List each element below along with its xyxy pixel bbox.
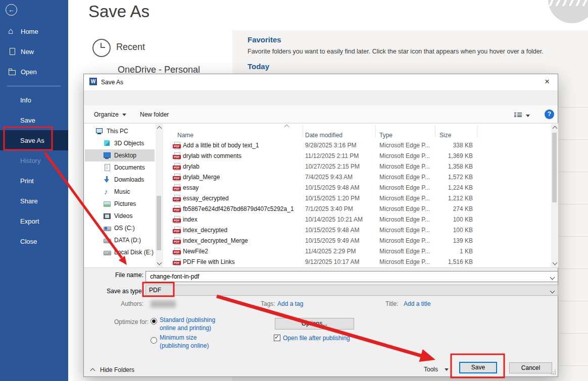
- save-as-type-label: Save as type:: [84, 288, 143, 295]
- save-as-dialog: W Save As × ← → ↑ › This PC › Desktop: [83, 74, 558, 377]
- help-button[interactable]: ?: [545, 110, 554, 119]
- sidebar-item-label: Home: [21, 28, 38, 35]
- dialog-titlebar[interactable]: W Save As ×: [84, 74, 558, 90]
- save-button[interactable]: Save: [459, 362, 497, 373]
- file-row[interactable]: essay_decrypted 10/15/2025 1:20 PM Micro…: [84, 193, 558, 203]
- sidebar-item-label: Print: [20, 177, 34, 185]
- combo-chevron-icon[interactable]: [548, 273, 557, 281]
- tree-item-label: This PC: [107, 128, 128, 135]
- sidebar-item[interactable]: Open: [0, 62, 68, 82]
- sidebar-item[interactable]: Info: [0, 90, 68, 110]
- list-scrollbar-thumb[interactable]: [552, 133, 557, 202]
- sidebar-item[interactable]: Share: [0, 191, 68, 211]
- file-row[interactable]: Add a little bit of body text_1 9/28/202…: [84, 140, 558, 150]
- sidebar-item[interactable]: Print: [0, 171, 68, 191]
- sidebar-item[interactable]: Home: [0, 21, 68, 41]
- file-date-modified: 11/12/2025 2:11 PM: [305, 152, 359, 159]
- combo-chevron-icon[interactable]: [548, 287, 557, 295]
- file-name-label: File name:: [84, 271, 143, 279]
- organize-button[interactable]: Organize: [94, 111, 126, 118]
- file-row[interactable]: fb5867e624df4267bd6879d407c5292a_1 7/1/2…: [84, 203, 558, 214]
- file-date-modified: 10/15/2025 9:48 AM: [305, 184, 359, 191]
- new-folder-button[interactable]: New folder: [140, 111, 169, 118]
- file-name-combo[interactable]: [145, 271, 558, 282]
- pdf-file-icon: [173, 215, 181, 224]
- back-button[interactable]: ←: [6, 4, 17, 16]
- file-row[interactable]: drylab with comments 11/12/2025 2:11 PM …: [84, 150, 558, 161]
- page-title: Save As: [88, 2, 150, 21]
- file-row[interactable]: essay 10/15/2025 9:48 AM Microsoft Edge …: [84, 182, 558, 193]
- radio-minimum[interactable]: [151, 337, 157, 344]
- column-header-modified[interactable]: Date modified: [305, 130, 342, 140]
- views-icon: [514, 112, 522, 120]
- favorites-description: Favorite folders you want to easily find…: [248, 48, 576, 55]
- tools-button[interactable]: Tools: [424, 366, 438, 373]
- cancel-button[interactable]: Cancel: [509, 362, 552, 373]
- file-row[interactable]: drylab 10/27/2025 2:15 PM Microsoft Edge…: [84, 161, 558, 172]
- file-row[interactable]: index_decrypted_Merge 10/15/2025 9:49 AM…: [84, 235, 558, 246]
- file-name: drylab_Merge: [183, 174, 220, 181]
- options-button[interactable]: Options...: [275, 318, 354, 330]
- radio-standard-label-1[interactable]: Standard (publishing: [160, 316, 215, 323]
- sidebar-top-items: Home New Open: [0, 21, 68, 82]
- sidebar-item[interactable]: Save As: [0, 130, 68, 150]
- tree-item[interactable]: This PC: [85, 125, 155, 137]
- sidebar-item-icon: [8, 27, 16, 35]
- save-as-type-combo[interactable]: PDF: [145, 285, 558, 296]
- radio-minimum-label-1[interactable]: Minimum size: [160, 334, 197, 341]
- place-recent[interactable]: Recent: [116, 42, 145, 52]
- column-header-size[interactable]: Size: [439, 130, 451, 140]
- open-after-checkbox[interactable]: [274, 335, 280, 341]
- scroll-up-icon[interactable]: [553, 126, 558, 131]
- file-name-input[interactable]: [149, 273, 535, 281]
- save-as-type-value: PDF: [149, 287, 161, 294]
- sidebar-item[interactable]: Close: [0, 231, 68, 251]
- scroll-up-icon[interactable]: [157, 126, 162, 131]
- dialog-title: Save As: [101, 79, 123, 86]
- file-row[interactable]: index_decrypted 10/15/2025 9:48 AM Micro…: [84, 225, 558, 235]
- add-title-link[interactable]: Add a title: [404, 300, 430, 307]
- hide-folders-button[interactable]: Hide Folders: [100, 366, 134, 373]
- pdf-file-icon: [173, 184, 181, 192]
- tags-label: Tags:: [261, 300, 275, 307]
- sidebar-item[interactable]: History: [0, 150, 68, 171]
- add-tag-link[interactable]: Add a tag: [277, 300, 303, 307]
- file-size: 1,358 KB: [417, 163, 473, 170]
- file-row[interactable]: index 10/14/2025 10:21 AM Microsoft Edge…: [84, 214, 558, 225]
- open-after-label[interactable]: Open file after publishing: [283, 335, 350, 342]
- column-header-name[interactable]: Name: [177, 130, 193, 140]
- file-name: drylab: [183, 163, 200, 170]
- list-scrollbar[interactable]: [551, 124, 558, 267]
- scroll-down-icon[interactable]: [553, 260, 558, 265]
- pdf-file-icon: [173, 237, 181, 245]
- today-heading: Today: [248, 62, 576, 71]
- file-size: 1,516 KB: [417, 258, 473, 265]
- sidebar-item-icon: [8, 68, 16, 76]
- radio-standard-label-2[interactable]: online and printing): [160, 324, 211, 332]
- file-row[interactable]: NewFile2 11/4/2025 2:29 PM Microsoft Edg…: [84, 246, 558, 256]
- close-icon[interactable]: ×: [540, 76, 555, 87]
- dialog-toolbar: Organize New folder ?: [84, 105, 558, 123]
- pdf-file-icon: [173, 152, 181, 160]
- pdf-file-icon: [173, 173, 181, 181]
- column-header-type[interactable]: Type: [379, 130, 393, 140]
- file-name: drylab with comments: [183, 152, 241, 159]
- sidebar-divider: [7, 86, 61, 86]
- pdf-file-icon: [173, 226, 181, 234]
- sidebar-item[interactable]: Save: [0, 110, 68, 130]
- file-row[interactable]: drylab_Merge 7/4/2025 9:43 AM Microsoft …: [84, 172, 558, 182]
- file-name: essay_decrypted: [183, 195, 229, 202]
- file-size: 100 KB: [417, 227, 473, 234]
- radio-minimum-label-2[interactable]: (publishing online): [160, 342, 209, 349]
- file-row[interactable]: PDF File with Links 9/12/2025 10:17 AM M…: [84, 256, 558, 267]
- title-label: Title:: [385, 300, 399, 307]
- radio-standard[interactable]: [151, 318, 157, 324]
- views-button[interactable]: [514, 112, 530, 120]
- resize-grip[interactable]: [551, 369, 556, 374]
- file-date-modified: 11/4/2025 2:29 PM: [305, 248, 356, 255]
- new-folder-label: New folder: [140, 111, 169, 118]
- pdf-file-icon: [173, 247, 181, 255]
- file-date-modified: 10/15/2025 9:49 AM: [305, 237, 359, 244]
- sidebar-item[interactable]: Export: [0, 211, 68, 231]
- sidebar-item[interactable]: New: [0, 41, 68, 62]
